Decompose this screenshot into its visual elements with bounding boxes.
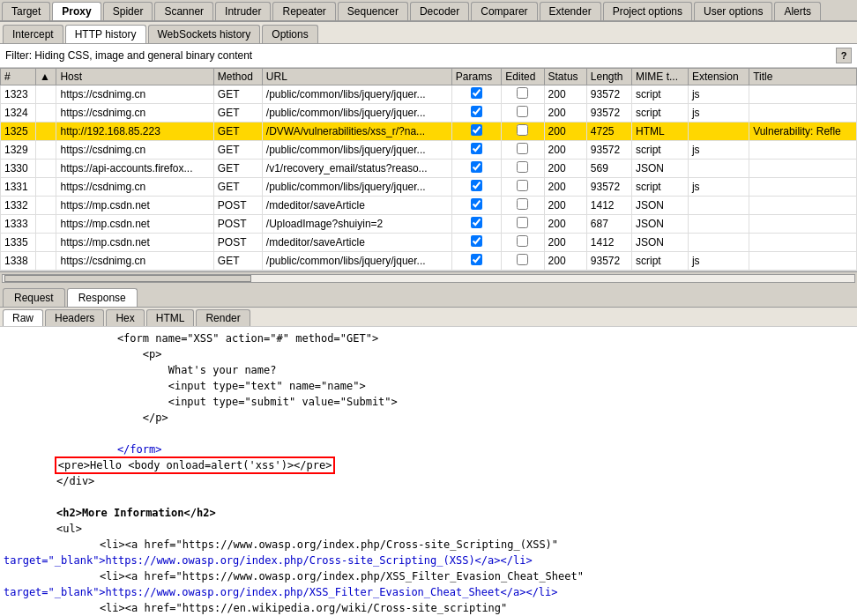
col-header--[interactable]: # xyxy=(1,69,36,85)
col-header-params[interactable]: Params xyxy=(451,69,501,85)
second-nav-tab-websockets-history[interactable]: WebSockets history xyxy=(148,25,261,43)
filter-text: Filter: Hiding CSS, image and general bi… xyxy=(5,49,252,62)
code-line: <p> xyxy=(4,346,853,362)
code-line: <pre>Hello <body onload=alert('xss')></p… xyxy=(4,457,853,473)
edited-checkbox[interactable] xyxy=(517,254,528,265)
edited-checkbox[interactable] xyxy=(517,106,528,117)
code-line: </div> xyxy=(4,473,853,489)
code-line: <input type="submit" value="Submit"> xyxy=(4,394,853,410)
help-button[interactable]: ? xyxy=(836,48,852,63)
code-line: <li><a href="https://www.owasp.org/index… xyxy=(4,568,853,584)
params-checkbox[interactable] xyxy=(471,124,482,136)
code-line: <li><a href="https://en.wikipedia.org/wi… xyxy=(4,600,853,616)
col-header-url[interactable]: URL xyxy=(262,69,451,85)
edited-checkbox[interactable] xyxy=(517,161,528,173)
params-checkbox[interactable] xyxy=(471,217,482,228)
col-header-edited[interactable]: Edited xyxy=(502,69,544,85)
horizontal-scrollbar[interactable] xyxy=(0,271,857,284)
code-line: <h2>More Information</h2> xyxy=(4,505,853,521)
second-nav-tab-intercept[interactable]: Intercept xyxy=(3,25,63,43)
code-line: <input type="text" name="name"> xyxy=(4,378,853,394)
table-row[interactable]: 1332https://mp.csdn.netPOST/mdeditor/sav… xyxy=(1,197,857,215)
table-row[interactable]: 1324https://csdnimg.cnGET/public/common/… xyxy=(1,104,857,122)
code-line: <ul> xyxy=(4,521,853,537)
second-nav: InterceptHTTP historyWebSockets historyO… xyxy=(0,22,857,44)
params-checkbox[interactable] xyxy=(471,254,482,265)
req-res-tab-request[interactable]: Request xyxy=(3,288,65,307)
code-line xyxy=(4,489,853,505)
second-nav-tab-http-history[interactable]: HTTP history xyxy=(65,25,146,43)
code-line: target="_blank">https://www.owasp.org/in… xyxy=(4,553,853,568)
top-nav-tab-extender[interactable]: Extender xyxy=(540,2,601,20)
table-row[interactable]: 1330https://api-accounts.firefox...GET/v… xyxy=(1,160,857,178)
table-row[interactable]: 1331https://csdnimg.cnGET/public/common/… xyxy=(1,178,857,197)
req-res-tabs: RequestResponse xyxy=(0,286,857,308)
edited-checkbox[interactable] xyxy=(517,180,528,191)
table-header-row: #▲HostMethodURLParamsEditedStatusLengthM… xyxy=(1,69,857,85)
table-row[interactable]: 1335https://mp.csdn.netPOST/mdeditor/sav… xyxy=(1,234,857,252)
edited-checkbox[interactable] xyxy=(517,143,528,154)
table-row[interactable]: 1333https://mp.csdn.netPOST/UploadImage?… xyxy=(1,215,857,234)
col-header-extension[interactable]: Extension xyxy=(688,69,749,85)
params-checkbox[interactable] xyxy=(471,180,482,191)
top-nav-tab-decoder[interactable]: Decoder xyxy=(410,2,469,20)
params-checkbox[interactable] xyxy=(471,235,482,247)
col-header-mime-t---[interactable]: MIME t... xyxy=(632,69,689,85)
http-history-table: #▲HostMethodURLParamsEditedStatusLengthM… xyxy=(0,68,857,271)
top-nav-tab-sequencer[interactable]: Sequencer xyxy=(338,2,408,20)
params-checkbox[interactable] xyxy=(471,143,482,154)
req-res-tab-response[interactable]: Response xyxy=(67,288,138,307)
top-nav-tab-user-options[interactable]: User options xyxy=(694,2,772,20)
sub-tabs: RawHeadersHexHTMLRender xyxy=(0,308,857,327)
sub-tab-raw[interactable]: Raw xyxy=(3,309,43,326)
top-nav-tab-target[interactable]: Target xyxy=(2,2,50,20)
top-nav-tab-intruder[interactable]: Intruder xyxy=(215,2,271,20)
edited-checkbox[interactable] xyxy=(517,198,528,210)
col-header-length[interactable]: Length xyxy=(586,69,631,85)
table-row[interactable]: 1325http://192.168.85.223GET/DVWA/vulner… xyxy=(1,122,857,141)
sub-tab-html[interactable]: HTML xyxy=(146,309,195,326)
top-nav-tab-comparer[interactable]: Comparer xyxy=(471,2,537,20)
table-row[interactable]: 1323https://csdnimg.cnGET/public/common/… xyxy=(1,85,857,104)
sub-tab-render[interactable]: Render xyxy=(196,309,250,326)
col-header-[interactable]: ▲ xyxy=(36,69,56,85)
code-line: <form name="XSS" action="#" method="GET"… xyxy=(4,330,853,346)
code-line: <li><a href="https://www.owasp.org/index… xyxy=(4,537,853,553)
table-row[interactable]: 1338https://csdnimg.cnGET/public/common/… xyxy=(1,252,857,271)
xss-highlight: <pre>Hello <body onload=alert('xss')></p… xyxy=(55,456,336,474)
edited-checkbox[interactable] xyxy=(517,87,528,99)
response-content: <form name="XSS" action="#" method="GET"… xyxy=(0,327,857,616)
top-nav-tab-repeater[interactable]: Repeater xyxy=(272,2,335,20)
code-line: What's your name? xyxy=(4,362,853,378)
code-line: </form> xyxy=(4,442,853,457)
params-checkbox[interactable] xyxy=(471,106,482,117)
code-line: </p> xyxy=(4,410,853,426)
sub-tab-headers[interactable]: Headers xyxy=(45,309,104,326)
col-header-title[interactable]: Title xyxy=(749,69,857,85)
filter-bar: Filter: Hiding CSS, image and general bi… xyxy=(0,44,857,68)
top-nav-tab-project-options[interactable]: Project options xyxy=(603,2,692,20)
top-nav-tab-scanner[interactable]: Scanner xyxy=(154,2,213,20)
top-nav-tab-spider[interactable]: Spider xyxy=(103,2,153,20)
second-nav-tab-options[interactable]: Options xyxy=(262,25,317,43)
params-checkbox[interactable] xyxy=(471,87,482,99)
top-nav: TargetProxySpiderScannerIntruderRepeater… xyxy=(0,0,857,22)
edited-checkbox[interactable] xyxy=(517,235,528,247)
col-header-host[interactable]: Host xyxy=(56,69,213,85)
col-header-method[interactable]: Method xyxy=(213,69,262,85)
sub-tab-hex[interactable]: Hex xyxy=(106,309,144,326)
params-checkbox[interactable] xyxy=(471,161,482,173)
params-checkbox[interactable] xyxy=(471,198,482,210)
edited-checkbox[interactable] xyxy=(517,217,528,228)
code-line: target="_blank">https://www.owasp.org/in… xyxy=(4,584,853,600)
edited-checkbox[interactable] xyxy=(517,124,528,136)
top-nav-tab-alerts[interactable]: Alerts xyxy=(774,2,821,20)
table-row[interactable]: 1329https://csdnimg.cnGET/public/common/… xyxy=(1,141,857,160)
code-line xyxy=(4,426,853,442)
col-header-status[interactable]: Status xyxy=(544,69,586,85)
top-nav-tab-proxy[interactable]: Proxy xyxy=(52,2,101,20)
